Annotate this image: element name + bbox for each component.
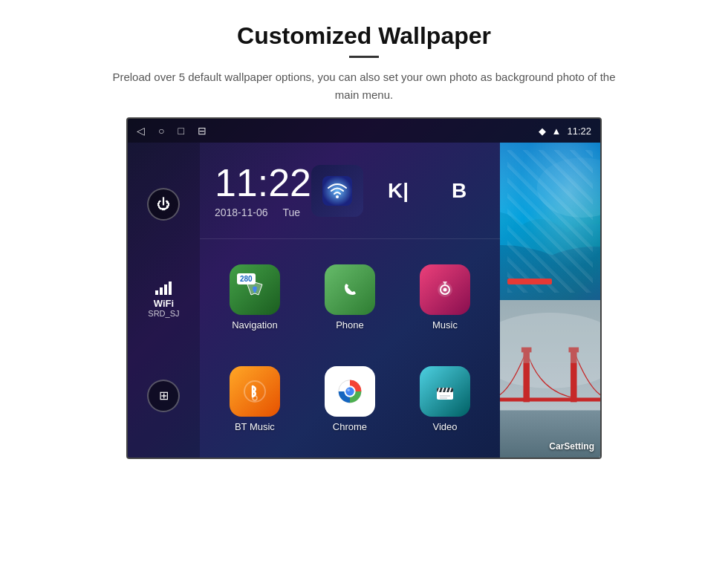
date-display: 2018-11-06 Tue [215,206,311,218]
status-time: 11:22 [567,126,591,137]
day-value: Tue [283,206,301,218]
svg-point-1 [336,195,339,198]
chrome-icon [334,376,365,407]
svg-rect-0 [322,176,352,206]
main-layout: ◁ ○ □ ⊟ ◆ ▲ 11:22 ⏻ [45,117,683,459]
svg-rect-29 [500,300,600,363]
wifi-bar-2 [160,287,163,295]
quick-icons: K| B [311,165,485,217]
center-area: 11:22 2018-11-06 Tue [200,143,500,458]
apps-icon: ⊞ [159,388,169,403]
app-item-video[interactable]: Video [397,348,493,450]
bridge-scene [500,300,600,458]
android-screen: ◁ ○ □ ⊟ ◆ ▲ 11:22 ⏻ [126,117,602,459]
ki-letter: K| [388,179,409,203]
recents-button[interactable]: □ [178,125,183,137]
app-grid: 280 Navigation [200,239,500,458]
main-content: ⏻ WiFi SRD_SJ ⊞ [128,143,600,458]
wifi-bars [148,282,179,295]
wifi-quick-icon[interactable] [311,165,363,217]
title-divider [349,56,379,58]
wallpaper-panel: CarSetting [500,143,600,458]
svg-point-6 [253,396,257,400]
page-container: Customized Wallpaper Preload over 5 defa… [0,0,728,563]
time-display: 11:22 [215,163,311,202]
back-button[interactable]: ◁ [137,125,145,137]
map-badge: 280 [237,273,256,284]
svg-rect-24 [500,397,600,401]
app-item-chrome[interactable]: Chrome [302,348,397,450]
video-icon [431,377,459,406]
bridge-svg [500,300,600,458]
wifi-widget: WiFi SRD_SJ [148,282,179,318]
wifi-ssid: SRD_SJ [148,309,179,318]
app-item-music[interactable]: Music [397,247,493,348]
carsetting-label: CarSetting [549,441,594,452]
wallpaper-thumb-ice[interactable] [500,143,600,300]
subtitle: Preload over 5 default wallpaper options… [104,68,624,104]
power-button[interactable]: ⏻ [147,188,180,221]
phone-app-label: Phone [336,319,364,331]
app-item-navigation[interactable]: 280 Navigation [207,247,302,348]
wallpaper-thumb-bridge[interactable]: CarSetting [500,300,600,458]
date-value: 2018-11-06 [215,206,268,218]
location-icon: ◆ [539,126,546,137]
status-right: ◆ ▲ 11:22 [539,126,591,137]
ki-quick-icon[interactable]: K| [372,165,424,217]
nav-buttons: ◁ ○ □ ⊟ [137,125,207,137]
app-item-bt-music[interactable]: BT Music [207,348,302,450]
wifi-bar-4 [169,282,172,295]
music-app-label: Music [432,319,458,331]
phone-icon [336,276,364,304]
status-bar: ◁ ○ □ ⊟ ◆ ▲ 11:22 [128,119,600,143]
svg-point-10 [347,388,350,391]
bt-music-app-label: BT Music [235,421,275,432]
music-icon [431,276,459,304]
chrome-app-label: Chrome [333,421,367,432]
red-bar [507,279,552,284]
screenshot-button[interactable]: ⊟ [198,125,207,137]
video-app-label: Video [433,421,458,432]
apps-button[interactable]: ⊞ [147,380,180,412]
wifi-bar-1 [155,290,158,295]
time-block: 11:22 2018-11-06 Tue [215,163,311,218]
home-button[interactable]: ○ [158,125,164,137]
time-section: 11:22 2018-11-06 Tue [200,143,500,239]
wifi-label: WiFi [148,298,179,309]
app-item-phone[interactable]: Phone [302,247,397,348]
b-letter: B [452,179,467,203]
wifi-bar-3 [164,284,167,295]
svg-point-9 [345,387,354,395]
bt-music-icon [241,377,269,406]
svg-point-4 [443,288,447,292]
wifi-signal-svg [322,176,352,206]
power-icon: ⏻ [157,197,170,212]
b-quick-icon[interactable]: B [433,165,485,217]
title-section: Customized Wallpaper Preload over 5 defa… [104,22,624,104]
nav-app-label: Navigation [232,319,277,331]
page-title: Customized Wallpaper [104,22,624,50]
left-sidebar: ⏻ WiFi SRD_SJ ⊞ [128,143,200,458]
wallpaper-overlay [500,263,600,300]
wifi-status-icon: ▲ [552,126,562,137]
